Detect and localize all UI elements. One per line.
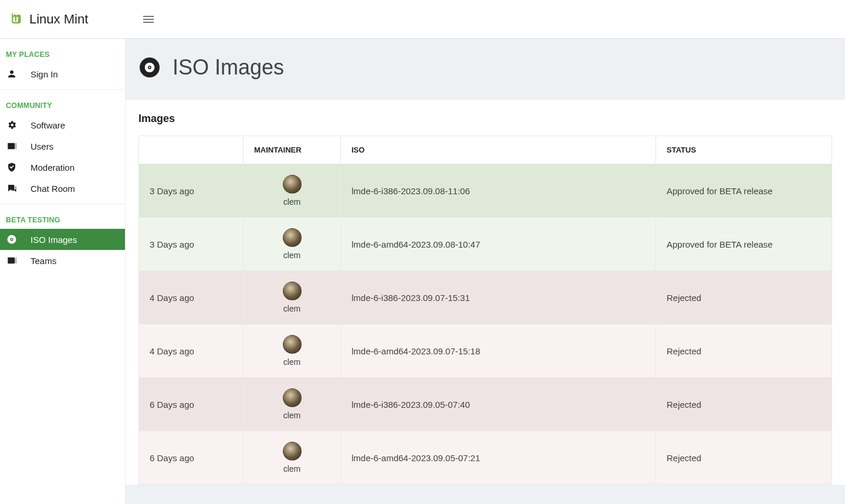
card-title: Images xyxy=(126,113,845,136)
sidebar-item-moderation[interactable]: Moderation xyxy=(0,157,125,178)
disc-icon xyxy=(6,234,18,245)
table-header-row: MAINTAINER ISO STATUS xyxy=(139,136,832,164)
avatar xyxy=(283,282,302,300)
col-status: STATUS xyxy=(656,136,832,164)
avatar xyxy=(283,228,302,247)
sidebar-section-beta-testing: BETA TESTING xyxy=(0,204,125,229)
disc-icon xyxy=(140,57,160,77)
col-maintainer: MAINTAINER xyxy=(244,136,341,164)
maintainer-name: clem xyxy=(254,304,330,313)
cell-maintainer: clem xyxy=(244,218,341,271)
page-header: ISO Images xyxy=(126,39,845,100)
cell-maintainer: clem xyxy=(244,324,341,378)
maintainer-name: clem xyxy=(254,197,330,207)
maintainer-name: clem xyxy=(254,357,330,367)
cell-iso: lmde-6-amd64-2023.09.05-07:21 xyxy=(341,431,656,485)
menu-toggle-button[interactable] xyxy=(137,8,160,31)
col-iso: ISO xyxy=(341,136,656,164)
cell-iso: lmde-6-i386-2023.09.05-07:40 xyxy=(341,378,656,431)
avatar xyxy=(283,175,302,194)
sidebar-item-sign-in[interactable]: Sign In xyxy=(0,63,125,84)
cell-status: Rejected xyxy=(656,431,832,485)
cell-iso: lmde-6-amd64-2023.09.07-15:18 xyxy=(341,324,656,378)
page-title: ISO Images xyxy=(173,55,284,80)
cell-maintainer: clem xyxy=(244,378,341,431)
sidebar-item-label: Chat Room xyxy=(31,184,75,194)
sidebar-item-software[interactable]: Software xyxy=(0,114,125,136)
mint-logo-icon xyxy=(7,11,23,28)
person-icon xyxy=(6,69,18,79)
avatar xyxy=(283,442,302,461)
sidebar-item-label: Sign In xyxy=(31,69,58,79)
brand-block[interactable]: Linux Mint xyxy=(7,11,132,28)
sidebar-item-label: Users xyxy=(31,141,53,151)
brand-title: Linux Mint xyxy=(29,12,88,27)
topbar: Linux Mint xyxy=(0,0,845,39)
cell-age: 6 Days ago xyxy=(139,431,244,485)
sidebar-item-label: Software xyxy=(31,120,65,130)
contacts-icon xyxy=(6,141,18,151)
sidebar-item-iso-images[interactable]: ISO Images xyxy=(0,229,125,250)
contacts-icon xyxy=(6,255,18,266)
cell-iso: lmde-6-amd64-2023.09.08-10:47 xyxy=(341,218,656,271)
iso-table: MAINTAINER ISO STATUS 3 Days agoclemlmde… xyxy=(138,136,832,485)
maintainer-name: clem xyxy=(254,251,330,260)
cell-status: Rejected xyxy=(656,324,832,378)
sidebar-item-label: Moderation xyxy=(31,163,75,172)
sidebar-item-label: Teams xyxy=(31,256,56,266)
shield-check-icon xyxy=(6,162,18,172)
table-row[interactable]: 3 Days agoclemlmde-6-i386-2023.09.08-11:… xyxy=(139,164,832,218)
cell-age: 3 Days ago xyxy=(139,164,244,218)
sidebar-item-label: ISO Images xyxy=(31,235,77,245)
content-area: ISO Images Images MAINTAINER ISO STATUS xyxy=(126,39,845,504)
cell-maintainer: clem xyxy=(244,431,341,485)
table-row[interactable]: 4 Days agoclemlmde-6-i386-2023.09.07-15:… xyxy=(139,271,832,324)
cell-maintainer: clem xyxy=(244,164,341,218)
cell-status: Approved for BETA release xyxy=(656,218,832,271)
sidebar-item-chat-room[interactable]: Chat Room xyxy=(0,178,125,199)
cell-status: Approved for BETA release xyxy=(656,164,832,218)
sidebar: MY PLACES Sign In COMMUNITY Software Use… xyxy=(0,39,126,504)
table-row[interactable]: 6 Days agoclemlmde-6-i386-2023.09.05-07:… xyxy=(139,378,832,431)
maintainer-name: clem xyxy=(254,411,330,420)
sidebar-section-community: COMMUNITY xyxy=(0,90,125,114)
cell-iso: lmde-6-i386-2023.09.07-15:31 xyxy=(341,271,656,324)
images-card: Images MAINTAINER ISO STATUS 3 Day xyxy=(126,100,845,485)
cell-iso: lmde-6-i386-2023.09.08-11:06 xyxy=(341,164,656,218)
maintainer-name: clem xyxy=(254,464,330,473)
cell-status: Rejected xyxy=(656,378,832,431)
gears-icon xyxy=(6,120,18,130)
table-row[interactable]: 4 Days agoclemlmde-6-amd64-2023.09.07-15… xyxy=(139,324,832,378)
avatar xyxy=(283,388,302,407)
col-age xyxy=(139,136,244,164)
cell-maintainer: clem xyxy=(244,271,341,324)
table-row[interactable]: 3 Days agoclemlmde-6-amd64-2023.09.08-10… xyxy=(139,218,832,271)
cell-age: 3 Days ago xyxy=(139,218,244,271)
cell-age: 4 Days ago xyxy=(139,324,244,378)
sidebar-item-teams[interactable]: Teams xyxy=(0,250,125,271)
table-row[interactable]: 6 Days agoclemlmde-6-amd64-2023.09.05-07… xyxy=(139,431,832,485)
cell-status: Rejected xyxy=(656,271,832,324)
hamburger-icon xyxy=(141,12,156,26)
cell-age: 4 Days ago xyxy=(139,271,244,324)
chat-icon xyxy=(6,183,18,194)
avatar xyxy=(283,335,302,354)
cell-age: 6 Days ago xyxy=(139,378,244,431)
sidebar-item-users[interactable]: Users xyxy=(0,136,125,157)
sidebar-section-my-places: MY PLACES xyxy=(0,39,125,63)
